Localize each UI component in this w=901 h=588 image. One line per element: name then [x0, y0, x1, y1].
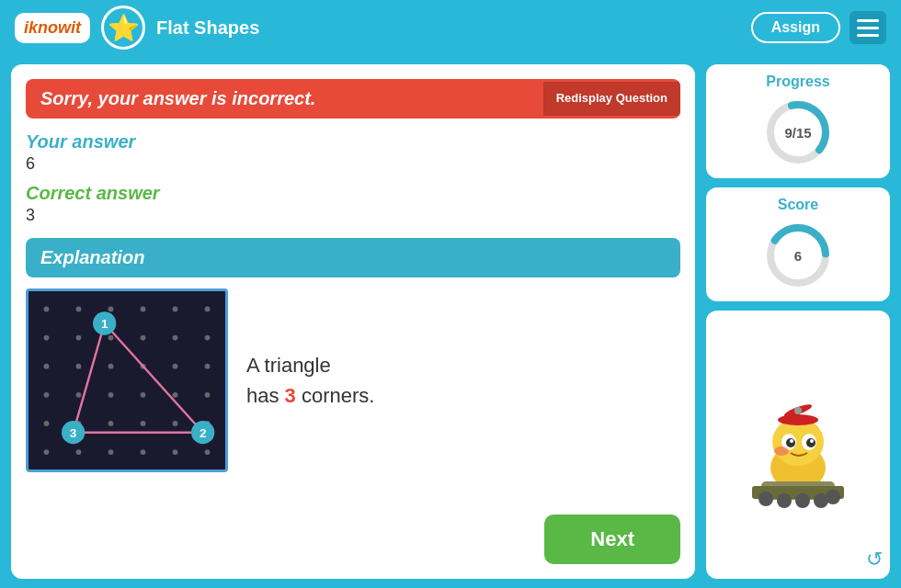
svg-point-32 — [108, 449, 114, 455]
triangle-lines — [74, 323, 203, 433]
corner-2-label: 2 — [200, 426, 207, 440]
incorrect-banner: Sorry, your answer is incorrect. Redispl… — [26, 79, 680, 119]
svg-point-59 — [774, 447, 789, 456]
svg-point-31 — [76, 449, 82, 455]
svg-point-3 — [141, 307, 146, 312]
progress-box: Progress 9/15 — [706, 64, 890, 178]
star-icon: ⭐ — [101, 6, 145, 50]
svg-point-12 — [44, 364, 50, 369]
your-answer-value: 6 — [26, 154, 680, 174]
svg-point-52 — [794, 407, 802, 414]
explanation-text-middle: has — [246, 384, 279, 407]
svg-point-22 — [173, 392, 178, 398]
explanation-text: A triangle has 3 corners. — [246, 350, 374, 411]
svg-point-43 — [758, 492, 773, 506]
progress-circle: 9/15 — [761, 96, 835, 169]
header: iknowit ⭐ Flat Shapes Assign — [0, 0, 901, 55]
svg-point-4 — [173, 307, 178, 312]
svg-point-28 — [173, 421, 178, 426]
svg-point-34 — [173, 449, 178, 455]
correct-answer-label: Correct answer — [26, 183, 680, 204]
svg-point-23 — [205, 392, 211, 398]
header-actions: Assign — [751, 11, 886, 44]
redisplay-button[interactable]: Redisplay Question — [543, 82, 680, 116]
score-label: Score — [778, 197, 818, 213]
svg-point-35 — [205, 449, 211, 455]
svg-point-1 — [76, 307, 82, 312]
hamburger-line — [857, 19, 879, 22]
explanation-highlight: 3 — [285, 384, 296, 407]
svg-point-24 — [44, 421, 50, 426]
corner-3-label: 3 — [70, 426, 77, 440]
score-box: Score 6 — [706, 187, 890, 301]
svg-point-27 — [141, 421, 146, 426]
back-arrow-icon[interactable]: ↺ — [866, 548, 883, 571]
corner-1-label: 1 — [101, 317, 108, 331]
hamburger-line — [857, 27, 879, 29]
incorrect-message: Sorry, your answer is incorrect. — [26, 79, 543, 119]
svg-point-57 — [790, 439, 793, 443]
svg-point-7 — [76, 335, 82, 341]
progress-value: 9/15 — [784, 125, 811, 141]
svg-point-2 — [108, 307, 114, 312]
svg-point-30 — [44, 449, 50, 455]
svg-point-47 — [826, 490, 840, 504]
svg-point-5 — [205, 307, 211, 312]
hamburger-line — [857, 34, 879, 37]
svg-point-45 — [795, 493, 810, 508]
score-value: 6 — [794, 248, 802, 264]
explanation-text-after: corners. — [302, 384, 374, 407]
svg-point-18 — [44, 392, 50, 398]
svg-point-26 — [108, 421, 114, 426]
main-layout: Sorry, your answer is incorrect. Redispl… — [0, 55, 901, 588]
svg-point-16 — [173, 364, 178, 369]
svg-point-44 — [777, 493, 792, 508]
correct-answer-value: 3 — [26, 206, 680, 225]
svg-point-11 — [205, 335, 211, 341]
lesson-title: Flat Shapes — [156, 17, 259, 39]
svg-point-19 — [76, 392, 82, 398]
svg-point-6 — [44, 335, 50, 341]
your-answer-label: Your answer — [26, 131, 680, 153]
explanation-header: Explanation — [26, 238, 680, 277]
right-sidebar: Progress 9/15 Score 6 — [706, 64, 890, 579]
assign-button[interactable]: Assign — [751, 12, 840, 43]
svg-point-8 — [108, 335, 114, 341]
svg-point-20 — [108, 392, 114, 398]
explanation-text-before: A triangle — [246, 354, 331, 377]
character-box: ↺ — [706, 311, 890, 579]
svg-point-9 — [141, 335, 146, 341]
score-circle: 6 — [761, 219, 835, 292]
svg-point-33 — [141, 449, 146, 455]
explanation-content: // We'll create this inline below using … — [26, 288, 680, 472]
character-svg — [734, 376, 862, 514]
progress-label: Progress — [766, 74, 829, 90]
menu-button[interactable] — [850, 11, 886, 44]
content-panel: Sorry, your answer is incorrect. Redispl… — [11, 64, 695, 579]
svg-point-17 — [205, 364, 211, 369]
next-button[interactable]: Next — [544, 514, 680, 564]
svg-point-14 — [108, 364, 114, 369]
triangle-diagram: // We'll create this inline below using … — [26, 288, 228, 472]
svg-point-13 — [76, 364, 82, 369]
logo: iknowit — [15, 13, 90, 43]
svg-point-10 — [173, 335, 178, 341]
svg-point-21 — [141, 392, 146, 398]
svg-point-0 — [44, 307, 50, 312]
dot-grid-svg: // We'll create this inline below using … — [29, 291, 225, 470]
svg-point-58 — [810, 439, 814, 443]
